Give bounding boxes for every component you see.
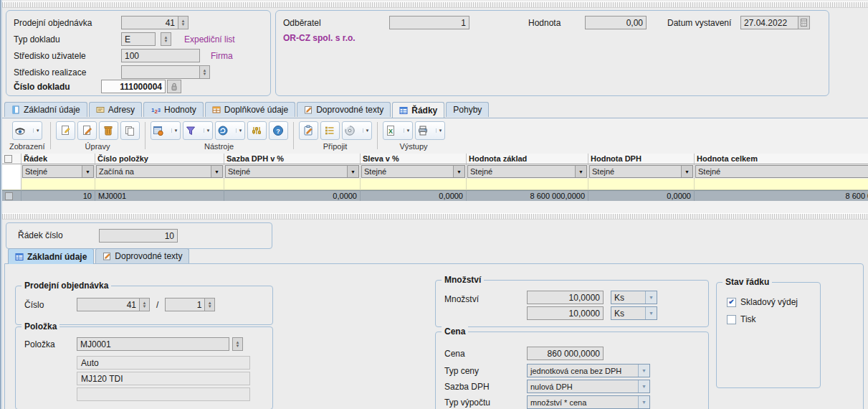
table-tools-button[interactable]: ▼ [151,121,181,140]
attach-note-button[interactable] [299,121,318,140]
filter-value-input[interactable] [361,179,467,190]
column-header[interactable]: Hodnota DPH [588,154,695,164]
select-all-checkbox[interactable] [4,155,12,163]
filter-operator-combo[interactable]: Stejné▼ [467,165,587,178]
item-code-spinner[interactable] [232,337,243,351]
refresh-button[interactable]: ▼ [215,121,245,140]
customer-number-field[interactable]: 1 [389,16,469,29]
delete-record-button[interactable] [99,121,118,140]
chevron-down-icon[interactable]: ▼ [347,166,358,177]
price-type-combo[interactable]: jednotková cena bez DPH ▼ [527,364,650,377]
print-button[interactable]: ▼ [415,121,445,140]
print-checkbox[interactable] [727,315,736,324]
edit-record-button[interactable] [77,121,97,140]
order-number-spinner[interactable] [178,16,189,29]
calendar-button[interactable] [798,16,810,29]
chevron-down-icon[interactable]: ▼ [453,166,464,177]
filter-value-input[interactable] [467,179,588,190]
chevron-down-icon[interactable]: ▼ [638,365,649,377]
adjust-button[interactable] [247,121,267,140]
value-field[interactable]: 0,00 [585,16,647,29]
realization-center-field[interactable] [121,65,200,79]
stock-issue-checkbox[interactable]: ✔ [727,298,736,307]
filter-operator-combo[interactable]: Stejné▼ [361,165,465,178]
order-sub-number-field[interactable]: 1 [165,298,205,311]
view-menu-button[interactable]: ▼ [12,121,42,140]
row-checkbox[interactable] [5,192,13,200]
document-number-field[interactable]: 111000004 [101,80,166,93]
cell-sazba-dph[interactable]: 0,0000 [224,190,361,201]
tab-doprovodne-texty[interactable]: Doprovodné texty [297,102,391,117]
order-number-field[interactable]: 41 [121,16,178,29]
filter-operator-combo[interactable]: Stejné▼ [22,165,94,178]
chevron-down-icon[interactable]: ▼ [645,307,657,319]
excel-export-button[interactable]: X ▼ [383,121,413,140]
cell-hodnota-dph[interactable]: 0,0000 [588,190,695,201]
column-header[interactable]: Řádek [22,154,95,164]
chevron-down-icon[interactable]: ▼ [82,166,93,177]
vat-rate-combo[interactable]: nulová DPH ▼ [527,380,650,393]
detail-tab-doprovodne-texty[interactable]: Doprovodné texty [95,248,189,263]
lock-button[interactable] [167,80,181,93]
cell-radek[interactable]: 10 [22,190,95,201]
tab-doplnkove-udaje[interactable]: Doplňkové údaje [205,102,295,117]
unit-combo-2[interactable]: Ks ▼ [611,306,657,320]
chevron-down-icon[interactable]: ▼ [681,166,692,177]
row-select-cell[interactable] [2,190,22,201]
issue-date-field[interactable]: 27.04.2022 [740,16,798,29]
column-header[interactable]: Hodnota základ [467,154,588,164]
middle-splitter-handle[interactable] [2,213,868,220]
document-type-spinner[interactable] [161,32,171,46]
tab-hodnoty[interactable]: 123 Hodnoty [143,102,204,117]
help-button[interactable]: ? [269,121,288,140]
select-all-header-cell[interactable] [2,154,22,164]
cell-sleva[interactable]: 0,0000 [361,190,467,201]
filter-button[interactable]: ▼ [183,121,213,140]
filter-value-input[interactable] [695,179,868,190]
column-header[interactable]: Hodnota celkem [695,154,868,164]
attach-list-button[interactable] [320,121,340,140]
filter-operator-combo[interactable]: Stejné▼ [695,165,868,178]
chevron-down-icon[interactable]: ▼ [575,166,586,177]
filter-operator-combo[interactable]: Začíná na▼ [96,165,223,178]
detail-tab-zakladni-udaje[interactable]: Základní údaje [8,248,94,264]
order-cislo-field[interactable]: 41 [77,298,140,311]
cell-hodnota-celkem[interactable]: 8 600 000,0000 [695,190,868,201]
user-center-field[interactable]: 100 [121,49,200,62]
document-type-field[interactable]: E [121,32,156,46]
calc-type-combo[interactable]: množství * cena ▼ [527,395,650,409]
top-splitter-handle[interactable] [2,1,868,8]
chevron-down-icon[interactable]: ▼ [638,380,649,392]
tab-radky[interactable]: Řádky [392,102,444,118]
tab-zakladni-udaje[interactable]: Základní údaje [4,102,87,117]
new-record-button[interactable] [56,121,75,140]
copy-record-button[interactable] [120,121,140,140]
order-cislo-spinner[interactable] [139,298,150,311]
filter-operator-combo[interactable]: Stejné▼ [225,165,359,178]
column-header[interactable]: Číslo položky [95,154,224,164]
filter-value-input[interactable] [95,179,224,190]
tab-pohyby[interactable]: Pohyby [446,102,489,117]
attach-media-button[interactable]: ▼ [342,121,372,140]
chevron-down-icon[interactable]: ▼ [211,166,222,177]
chevron-down-icon[interactable]: ▼ [638,396,649,408]
filter-value-input[interactable] [224,179,361,190]
filter-value-input[interactable] [22,179,95,190]
unit-combo-1[interactable]: Ks ▼ [611,291,657,304]
tab-adresy[interactable]: Adresy [89,102,142,117]
cell-hodnota-zaklad[interactable]: 8 600 000,0000 [467,190,588,201]
order-sub-number-spinner[interactable] [204,298,215,311]
column-header[interactable]: Sazba DPH v % [224,154,361,164]
item-code-field[interactable]: MJ0001 [77,337,229,351]
quantity-field-1[interactable]: 10,0000 [527,291,604,304]
filter-operator-combo[interactable]: Stejné▼ [589,165,693,178]
cell-cislo-polozky[interactable]: MJ0001 [95,190,224,201]
column-header[interactable]: Sleva v % [361,154,467,164]
chevron-down-icon[interactable]: ▼ [645,291,657,304]
price-field[interactable]: 860 000,0000 [527,347,604,360]
filter-value-input[interactable] [588,179,695,190]
grid-data-row[interactable]: 10 MJ0001 0,0000 0,0000 8 600 000,0000 0… [2,190,868,201]
line-number-field[interactable]: 10 [99,229,178,243]
realization-center-spinner[interactable] [199,65,210,79]
quantity-field-2[interactable]: 10,0000 [527,306,604,320]
